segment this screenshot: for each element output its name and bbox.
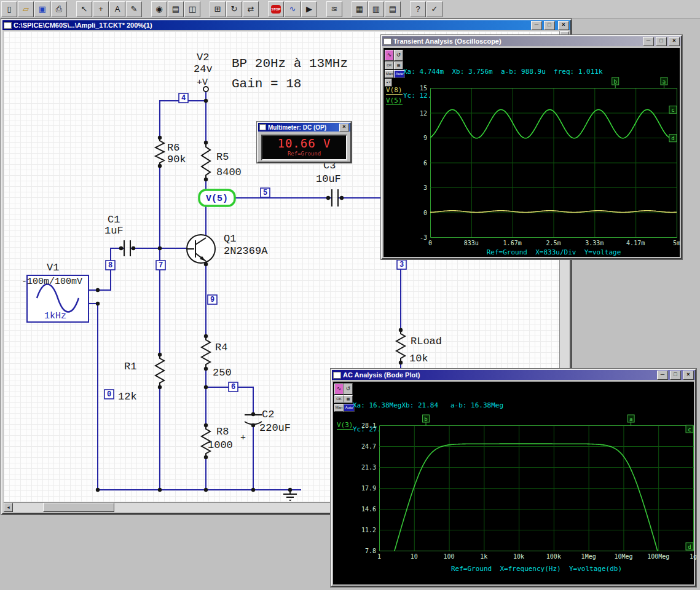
resistor-rload[interactable]: RLoad 10k bbox=[396, 330, 442, 364]
rload-label: RLoad bbox=[411, 336, 442, 347]
source-v1[interactable]: V1 -100m/100mV 1kHz bbox=[22, 262, 88, 322]
close-button[interactable]: × bbox=[669, 37, 680, 46]
main-toolbar: ▯▱▣⎙↖+A✎◉▤◫⊞↻⇄STOP∿▶≋▦▥▤?✓ bbox=[0, 0, 700, 18]
sheet-view[interactable]: ▤ bbox=[168, 1, 184, 17]
x-tick-label: 4.17m bbox=[626, 240, 645, 246]
check-rules[interactable]: ✓ bbox=[427, 1, 442, 17]
print-icon: ⎙ bbox=[56, 4, 62, 14]
ac-titlebar[interactable]: AC Analysis (Bode Plot) ─ □ × bbox=[332, 370, 695, 380]
capacitor-c1[interactable]: C1 1uF bbox=[104, 214, 130, 256]
close-button[interactable]: × bbox=[683, 371, 694, 380]
part-browser-icon: ⊞ bbox=[214, 4, 221, 14]
close-button[interactable]: × bbox=[339, 124, 349, 132]
grid-toggle-button[interactable]: ▦ bbox=[344, 395, 353, 403]
resistor-r5[interactable]: R5 8400 bbox=[202, 143, 242, 179]
x-tick-label: 10Meg bbox=[614, 553, 632, 560]
r1-label: R1 bbox=[124, 361, 136, 372]
annotation-bandwidth: BP 20Hz à 13MHz bbox=[232, 57, 348, 71]
meter-window[interactable]: ▥ bbox=[368, 1, 384, 17]
open-file[interactable]: ▱ bbox=[18, 1, 34, 17]
rotate-part[interactable]: ↻ bbox=[226, 1, 242, 17]
ok-button[interactable]: OK bbox=[334, 395, 344, 403]
minimize-button[interactable]: ─ bbox=[657, 371, 668, 380]
split-view[interactable]: ◫ bbox=[184, 1, 200, 17]
trace-color-button[interactable]: ∿ bbox=[385, 50, 394, 61]
wire-tool[interactable]: ✎ bbox=[126, 1, 142, 17]
v2-label: V2 bbox=[197, 52, 209, 63]
v1-value: -100m/100mV bbox=[22, 277, 82, 287]
multimeter-reference: Ref=Ground bbox=[262, 151, 346, 157]
vplus-label: +V bbox=[197, 77, 208, 88]
q1-label: Q1 bbox=[224, 233, 236, 245]
oscilloscope-plot[interactable]: bacd bbox=[430, 77, 677, 238]
new-file[interactable]: ▯ bbox=[1, 1, 17, 17]
print[interactable]: ⎙ bbox=[51, 1, 67, 17]
resistor-r8[interactable]: R8 1000 bbox=[202, 425, 233, 457]
manual-scale-button[interactable]: Man bbox=[385, 70, 394, 78]
x-tick-label: 0 bbox=[428, 240, 432, 246]
schematic-titlebar[interactable]: C:\SPICE\CM60S\...\Ampli_1T.CKT* 200%(1)… bbox=[2, 20, 570, 30]
scope-window-icon: ▦ bbox=[356, 4, 363, 14]
trace-label[interactable]: V(8) bbox=[386, 86, 403, 95]
check-rules-icon: ✓ bbox=[431, 4, 438, 14]
cursor-marker: b bbox=[614, 79, 617, 85]
curves-window[interactable]: ▤ bbox=[385, 1, 401, 17]
transient-titlebar[interactable]: Transient Analysis (Oscilloscope) ─ □ × bbox=[382, 36, 681, 46]
run-analysis[interactable]: ▶ bbox=[301, 1, 317, 17]
trace-color-button[interactable]: ∿ bbox=[334, 384, 344, 395]
multimeter-titlebar[interactable]: Multimeter: DC (OP) × bbox=[258, 123, 350, 132]
wire bbox=[160, 101, 206, 138]
meter-window-icon: ▥ bbox=[372, 4, 380, 14]
restart-button[interactable]: ↺ bbox=[394, 50, 403, 61]
readings-x-line: Xa: 4.744m Xb: 3.756m a-b: 988.9u freq: … bbox=[403, 68, 603, 76]
add-part[interactable]: + bbox=[93, 1, 109, 17]
cursor-marker: c bbox=[671, 107, 674, 113]
r8-value: 1000 bbox=[208, 439, 233, 451]
x-tick-label: 1Meg bbox=[581, 553, 596, 560]
help[interactable]: ? bbox=[410, 1, 426, 17]
bode-plot[interactable]: bacd bbox=[379, 414, 694, 551]
close-button[interactable]: × bbox=[558, 21, 569, 30]
capacitor-c2[interactable]: C2 220uF + bbox=[240, 409, 291, 443]
text-tool[interactable]: A bbox=[109, 1, 125, 17]
open-file-icon: ▱ bbox=[23, 4, 29, 14]
ok-button[interactable]: OK bbox=[385, 61, 394, 69]
vplus-terminal[interactable]: +V V2 24v bbox=[194, 52, 213, 92]
trace-label[interactable]: V(3) bbox=[337, 421, 353, 430]
mirror-part[interactable]: ⇄ bbox=[243, 1, 259, 17]
trace-label[interactable]: V(5) bbox=[386, 96, 403, 105]
maximize-button[interactable]: □ bbox=[656, 37, 667, 46]
transient-title: Transient Analysis (Oscilloscope) bbox=[393, 37, 641, 45]
node-9: 9 bbox=[210, 296, 214, 304]
scope-window[interactable]: ▦ bbox=[352, 1, 368, 17]
v2-value: 24v bbox=[194, 63, 213, 75]
probe-v5[interactable]: V(5) bbox=[199, 190, 235, 206]
zoom-tool[interactable]: ◉ bbox=[151, 1, 167, 17]
manual-scale-button[interactable]: Man bbox=[334, 404, 344, 412]
minimize-button[interactable]: ─ bbox=[643, 37, 654, 46]
grid-toggle-button[interactable]: ▦ bbox=[394, 61, 403, 69]
maximize-button[interactable]: □ bbox=[670, 371, 681, 380]
save-file[interactable]: ▣ bbox=[34, 1, 50, 17]
select-tool[interactable]: ↖ bbox=[76, 1, 92, 17]
scope-control-panel: ∿ ↺ OK ▦ Man Auto ▲▼ bbox=[385, 50, 403, 87]
minimize-button[interactable]: ─ bbox=[531, 21, 542, 30]
transistor-q1[interactable]: Q1 2N2369A bbox=[187, 233, 268, 263]
digital-options-icon: ≋ bbox=[331, 4, 338, 14]
restart-button[interactable]: ↺ bbox=[344, 384, 353, 395]
probe-tool[interactable]: ∿ bbox=[285, 1, 301, 17]
q1-value: 2N2369A bbox=[224, 245, 268, 257]
y-tick-label: 0 bbox=[423, 209, 427, 216]
x-tick-label: 10k bbox=[513, 553, 524, 560]
resistor-r1[interactable]: R1 12k bbox=[118, 355, 164, 403]
multimeter-value: 10.66 V bbox=[262, 136, 346, 151]
part-browser[interactable]: ⊞ bbox=[210, 1, 226, 17]
resistor-r6[interactable]: R6 90k bbox=[155, 138, 186, 166]
scroll-left-button[interactable]: ◄ bbox=[4, 503, 13, 512]
horizontal-scroll-thumb[interactable] bbox=[43, 503, 114, 512]
v1-frequency: 1kHz bbox=[44, 311, 66, 321]
stop-simulation[interactable]: STOP bbox=[268, 1, 284, 17]
node-8: 8 bbox=[108, 261, 112, 270]
digital-options[interactable]: ≋ bbox=[326, 1, 342, 17]
maximize-button[interactable]: □ bbox=[544, 21, 555, 30]
